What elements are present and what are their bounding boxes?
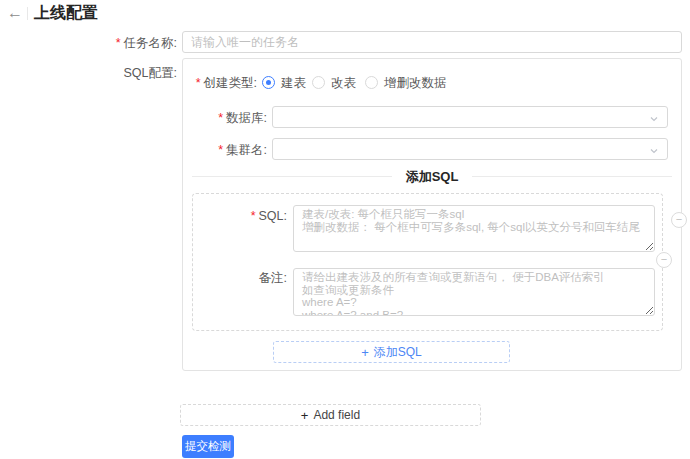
add-field-button-label: Add field	[313, 408, 360, 422]
chevron-down-icon	[649, 145, 659, 159]
sql-label: *SQL:	[130, 209, 287, 223]
page-title: 上线配置	[34, 3, 98, 23]
add-sql-button[interactable]: + 添加SQL	[273, 341, 510, 363]
online-config-page: ← 上线配置 *任务名称: SQL配置: *创建类型: 建表 改表 增删改数据 …	[0, 0, 690, 459]
required-mark: *	[218, 143, 223, 157]
required-mark: *	[218, 111, 223, 125]
database-label: *数据库:	[110, 111, 267, 125]
cluster-label: *集群名:	[110, 143, 267, 157]
create-type-label: *创建类型:	[100, 76, 257, 90]
required-mark: *	[251, 209, 256, 223]
radio-alter-table-label[interactable]: 改表	[331, 76, 356, 90]
remove-sql-config-icon[interactable]: −	[671, 212, 687, 228]
add-sql-section-title: 添加SQL	[406, 168, 459, 186]
radio-alter-table[interactable]	[312, 76, 325, 89]
submit-check-button[interactable]: 提交检测	[182, 435, 234, 458]
divider-line	[472, 176, 672, 177]
required-mark: *	[196, 76, 201, 90]
remove-sql-entry-icon[interactable]: −	[656, 252, 672, 268]
add-field-button[interactable]: + Add field	[180, 404, 481, 426]
remark-textarea[interactable]	[293, 268, 655, 316]
radio-modify-data[interactable]	[365, 76, 378, 89]
remark-label: 备注:	[130, 271, 287, 285]
task-name-input[interactable]	[182, 31, 682, 53]
plus-icon: +	[361, 345, 369, 360]
add-sql-section-divider: 添加SQL	[192, 169, 672, 184]
required-mark: *	[116, 36, 121, 50]
database-select[interactable]	[272, 106, 668, 128]
add-sql-button-label: 添加SQL	[374, 344, 422, 361]
back-arrow-icon[interactable]: ←	[7, 4, 23, 22]
sql-textarea[interactable]	[293, 205, 655, 252]
radio-create-table-label[interactable]: 建表	[281, 76, 306, 90]
header-divider	[27, 7, 28, 20]
plus-icon: +	[301, 408, 309, 423]
radio-create-table[interactable]	[262, 76, 275, 89]
task-name-label: *任务名称:	[20, 36, 177, 50]
cluster-select[interactable]	[272, 138, 668, 160]
divider-line	[192, 176, 392, 177]
radio-modify-data-label[interactable]: 增删改数据	[384, 76, 447, 90]
chevron-down-icon	[649, 113, 659, 127]
